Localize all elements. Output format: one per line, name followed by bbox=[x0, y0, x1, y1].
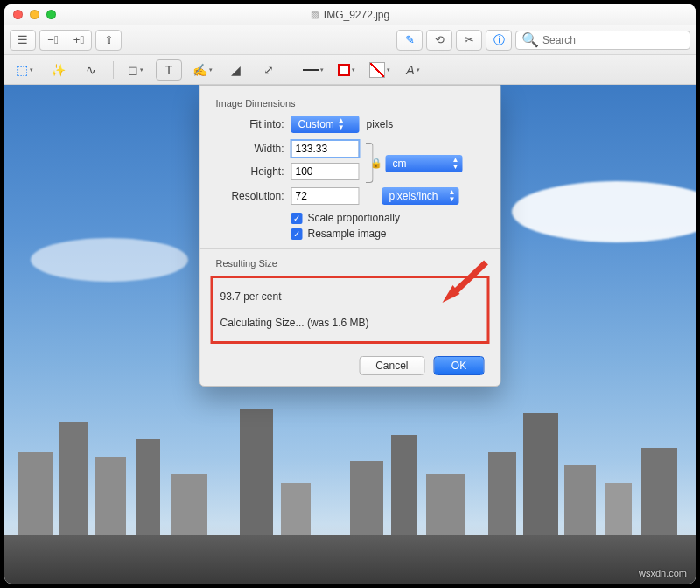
zoom-out-button[interactable]: −⃝ bbox=[39, 30, 66, 51]
checkmark-icon: ✓ bbox=[291, 228, 303, 240]
shapes-tool[interactable]: ◻▾ bbox=[122, 60, 149, 80]
instant-alpha-tool[interactable]: ✨ bbox=[45, 60, 71, 80]
window-titlebar: ▧ IMG_9272.jpg bbox=[4, 4, 696, 25]
resolution-label: Resolution: bbox=[216, 190, 284, 202]
adjust-size-tool[interactable]: ⤢ bbox=[256, 60, 282, 80]
rect-select-tool[interactable]: ⬚▾ bbox=[11, 60, 38, 80]
watermark-text: wsxdn.com bbox=[639, 568, 687, 578]
dimension-unit-value: cm bbox=[393, 158, 407, 170]
border-color-tool[interactable]: ▾ bbox=[333, 60, 360, 80]
traffic-lights bbox=[13, 10, 56, 19]
annotation-arrow bbox=[441, 257, 494, 305]
markup-toolbar: ⬚▾ ✨ ∿ ◻▾ T ✍▾ ◢ ⤢ ▾ ▾ ▾ A▾ bbox=[4, 55, 696, 85]
file-icon: ▧ bbox=[311, 10, 318, 19]
close-window-button[interactable] bbox=[13, 10, 23, 19]
result-size-text: Calculating Size... (was 1.6 MB) bbox=[220, 317, 480, 329]
info-button[interactable]: ⓘ bbox=[486, 30, 512, 51]
marina-decoration bbox=[4, 536, 696, 584]
adjust-color-tool[interactable]: ◢ bbox=[222, 60, 248, 80]
separator bbox=[113, 61, 114, 79]
zoom-group: −⃝ +⃝ bbox=[39, 30, 92, 51]
app-window: ▧ IMG_9272.jpg ☰ −⃝ +⃝ ⇧ ✎ ⟲ ✂ ⓘ 🔍 ⬚▾ ✨ … bbox=[4, 4, 696, 584]
cloud-decoration bbox=[512, 181, 696, 242]
select-arrows-icon: ▲▼ bbox=[452, 157, 459, 171]
checkmark-icon: ✓ bbox=[291, 213, 303, 224]
scale-proportionally-checkbox[interactable]: ✓ Scale proportionally bbox=[291, 212, 485, 224]
lock-icon[interactable]: 🔒 bbox=[370, 158, 382, 169]
zoom-out-icon: −⃝ bbox=[47, 33, 58, 46]
fit-into-unit: pixels bbox=[367, 118, 394, 130]
dimension-unit-select[interactable]: cm ▲▼ bbox=[386, 155, 463, 172]
width-label: Width: bbox=[216, 143, 284, 155]
dialog-buttons: Cancel OK bbox=[216, 353, 485, 375]
font-style-tool[interactable]: A▾ bbox=[400, 60, 426, 80]
dimension-link-bracket: 🔒 bbox=[363, 140, 381, 186]
select-arrows-icon: ▲▼ bbox=[338, 117, 345, 131]
main-toolbar: ☰ −⃝ +⃝ ⇧ ✎ ⟲ ✂ ⓘ 🔍 bbox=[4, 25, 696, 55]
sidebar-toggle-button[interactable]: ☰ bbox=[10, 30, 36, 51]
resample-image-label: Resample image bbox=[308, 228, 387, 240]
resolution-input[interactable] bbox=[291, 187, 360, 205]
sign-tool[interactable]: ✍▾ bbox=[189, 60, 215, 80]
city-skyline bbox=[4, 426, 696, 584]
edit-icon: ✂ bbox=[465, 33, 474, 46]
scale-proportionally-label: Scale proportionally bbox=[308, 212, 400, 224]
edit-button[interactable]: ✂ bbox=[456, 30, 482, 51]
maximize-window-button[interactable] bbox=[46, 10, 56, 19]
minimize-window-button[interactable] bbox=[30, 10, 39, 19]
width-input[interactable] bbox=[291, 140, 360, 158]
ok-button[interactable]: OK bbox=[434, 356, 485, 375]
image-canvas: Image Dimensions Fit into: Custom ▲▼ pix… bbox=[4, 85, 696, 584]
cloud-decoration bbox=[31, 238, 188, 282]
line-style-tool[interactable]: ▾ bbox=[300, 60, 326, 80]
markup-toggle-button[interactable]: ✎ bbox=[396, 30, 423, 51]
divider bbox=[200, 248, 500, 249]
fit-into-label: Fit into: bbox=[216, 118, 284, 130]
window-title: ▧ IMG_9272.jpg bbox=[311, 9, 389, 21]
pencil-icon: ✎ bbox=[405, 33, 415, 46]
fit-into-select[interactable]: Custom ▲▼ bbox=[291, 116, 360, 133]
sketch-tool[interactable]: ∿ bbox=[78, 60, 104, 80]
fit-into-value: Custom bbox=[298, 118, 334, 130]
adjust-size-dialog: Image Dimensions Fit into: Custom ▲▼ pix… bbox=[200, 85, 501, 387]
share-button[interactable]: ⇧ bbox=[95, 30, 122, 51]
resolution-unit-value: pixels/inch bbox=[389, 190, 438, 202]
resample-image-checkbox[interactable]: ✓ Resample image bbox=[291, 228, 485, 240]
resolution-unit-select[interactable]: pixels/inch ▲▼ bbox=[382, 187, 459, 205]
search-icon: 🔍 bbox=[522, 32, 539, 48]
image-dimensions-heading: Image Dimensions bbox=[216, 98, 485, 108]
search-field[interactable]: 🔍 bbox=[515, 31, 690, 50]
text-tool[interactable]: T bbox=[156, 60, 182, 80]
zoom-in-button[interactable]: +⃝ bbox=[66, 30, 92, 51]
height-input[interactable] bbox=[291, 163, 360, 180]
share-icon: ⇧ bbox=[104, 33, 114, 46]
zoom-in-icon: +⃝ bbox=[74, 33, 84, 46]
rotate-button[interactable]: ⟲ bbox=[426, 30, 452, 51]
search-input[interactable] bbox=[542, 34, 684, 46]
window-title-text: IMG_9272.jpg bbox=[324, 9, 389, 21]
rotate-icon: ⟲ bbox=[435, 33, 444, 46]
info-icon: ⓘ bbox=[494, 32, 505, 48]
fill-color-tool[interactable]: ▾ bbox=[367, 60, 393, 80]
height-label: Height: bbox=[216, 165, 284, 178]
select-arrows-icon: ▲▼ bbox=[449, 189, 456, 203]
separator bbox=[290, 61, 291, 79]
cancel-button[interactable]: Cancel bbox=[359, 356, 424, 375]
